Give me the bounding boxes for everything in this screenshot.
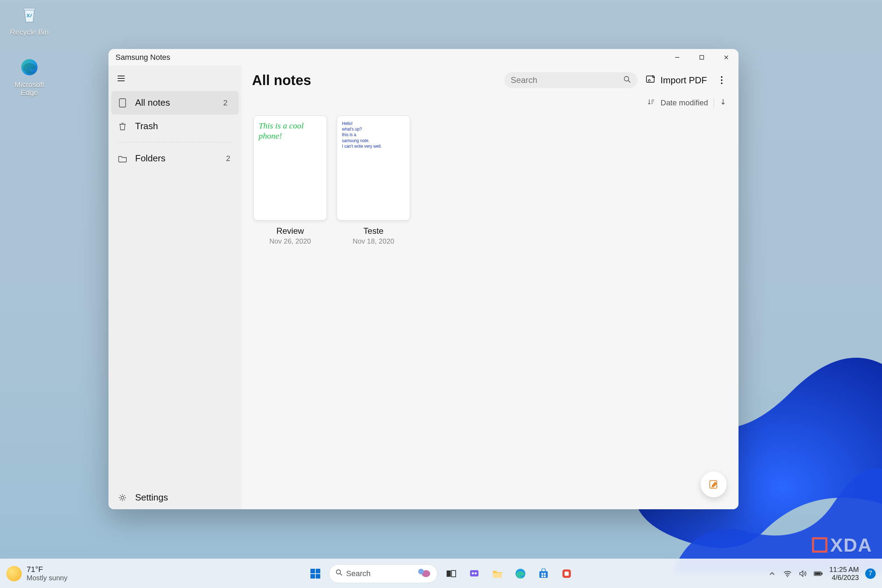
weather-temp: 71°F	[27, 565, 68, 574]
svg-point-16	[721, 76, 722, 78]
task-view-button[interactable]	[442, 564, 460, 583]
tray-chevron-icon[interactable]	[768, 569, 777, 578]
svg-line-28	[340, 574, 342, 575]
titlebar[interactable]: Samsung Notes	[108, 49, 738, 66]
taskbar-clock[interactable]: 11:25 AM 4/6/2023	[829, 566, 859, 582]
note-card[interactable]: Hello! what's up? this is a samsung note…	[337, 116, 410, 245]
xda-watermark: XDA	[812, 534, 872, 556]
sidebar: All notes 2 Trash Folders 2	[108, 66, 242, 509]
svg-rect-39	[542, 573, 543, 575]
desktop-icon-recycle-bin[interactable]: Recycle Bin	[5, 3, 54, 36]
desktop-icon-label: Recycle Bin	[5, 28, 54, 36]
weather-icon	[6, 566, 22, 581]
note-date: Nov 26, 2020	[270, 237, 311, 245]
taskbar-weather[interactable]: 71°F Mostly sunny	[6, 565, 68, 581]
battery-icon[interactable]	[814, 569, 823, 578]
sort-direction-button[interactable]	[720, 98, 727, 108]
svg-line-14	[628, 81, 630, 82]
sidebar-item-count: 2	[223, 98, 230, 108]
svg-point-45	[787, 576, 788, 577]
page-title: All notes	[252, 72, 311, 88]
sidebar-item-folders[interactable]: Folders 2	[108, 147, 242, 170]
search-icon	[623, 76, 631, 85]
svg-point-17	[721, 80, 722, 81]
search-box[interactable]	[504, 72, 638, 88]
sidebar-item-settings[interactable]: Settings	[108, 486, 242, 509]
recycle-bin-icon	[18, 3, 40, 26]
svg-rect-26	[316, 574, 320, 579]
more-options-button[interactable]	[716, 74, 728, 87]
clock-date: 4/6/2023	[829, 574, 859, 582]
import-pdf-icon	[646, 75, 656, 86]
svg-rect-48	[822, 573, 823, 575]
wifi-icon[interactable]	[783, 569, 792, 578]
note-date: Nov 18, 2020	[353, 237, 394, 245]
svg-rect-32	[452, 570, 456, 577]
start-button[interactable]	[306, 564, 325, 583]
window-maximize-button[interactable]	[690, 49, 714, 66]
note-title: Teste	[363, 226, 383, 236]
svg-point-35	[475, 572, 477, 574]
svg-point-30	[418, 569, 424, 574]
svg-rect-9	[119, 99, 126, 107]
sort-icon[interactable]	[647, 98, 655, 108]
svg-rect-24	[316, 569, 320, 573]
volume-icon[interactable]	[798, 569, 807, 578]
search-icon	[336, 569, 343, 578]
svg-rect-36	[493, 573, 502, 578]
window-minimize-button[interactable]	[665, 49, 690, 66]
samsung-notes-window: Samsung Notes All notes 2	[108, 49, 738, 509]
svg-point-18	[721, 82, 722, 84]
import-pdf-label: Import PDF	[660, 75, 707, 86]
sidebar-item-trash[interactable]: Trash	[108, 114, 242, 138]
svg-rect-44	[564, 572, 569, 576]
taskbar-app-generic[interactable]	[557, 564, 576, 583]
svg-rect-47	[815, 572, 821, 575]
svg-rect-41	[542, 575, 543, 577]
svg-point-13	[624, 76, 629, 81]
sidebar-item-label: Settings	[135, 492, 168, 503]
note-preview: This is a cool phone!	[259, 121, 322, 141]
svg-rect-42	[544, 575, 546, 577]
note-preview: Hello! what's up? this is a samsung note…	[342, 121, 405, 149]
svg-point-34	[472, 572, 474, 574]
note-title: Review	[276, 226, 304, 236]
desktop-icon-edge[interactable]: Microsoft Edge	[5, 56, 54, 97]
sidebar-item-count: 2	[226, 154, 232, 163]
window-close-button[interactable]	[714, 49, 738, 66]
edge-icon	[18, 56, 40, 78]
taskbar-app-edge[interactable]	[511, 564, 530, 583]
sort-label[interactable]: Date modified	[660, 98, 708, 108]
trash-icon	[118, 122, 128, 131]
svg-rect-3	[700, 56, 704, 60]
svg-rect-23	[310, 569, 315, 573]
hamburger-menu-button[interactable]	[115, 72, 128, 85]
window-title: Samsung Notes	[116, 53, 171, 62]
search-input[interactable]	[511, 75, 620, 85]
taskbar: 71°F Mostly sunny Search 11:25 AM 4/6/20…	[0, 559, 882, 588]
svg-point-12	[121, 496, 124, 499]
taskbar-app-explorer[interactable]	[488, 564, 507, 583]
sidebar-item-all-notes[interactable]: All notes 2	[111, 91, 239, 114]
clock-time: 11:25 AM	[829, 566, 859, 574]
taskbar-search-placeholder: Search	[346, 569, 370, 578]
gear-icon	[118, 493, 128, 502]
folder-icon	[118, 154, 128, 164]
sort-divider	[714, 98, 714, 108]
note-icon	[118, 98, 128, 108]
new-note-fab[interactable]	[701, 471, 727, 497]
sidebar-item-label: Trash	[135, 121, 158, 132]
notification-badge[interactable]: 7	[865, 568, 876, 579]
svg-rect-33	[470, 570, 478, 576]
svg-rect-38	[539, 571, 548, 578]
taskbar-app-chat[interactable]	[465, 564, 484, 583]
svg-point-27	[336, 570, 340, 574]
svg-rect-25	[310, 574, 315, 579]
note-card[interactable]: This is a cool phone!ReviewNov 26, 2020	[254, 116, 327, 245]
taskbar-search[interactable]: Search	[329, 564, 438, 583]
svg-rect-31	[447, 570, 451, 577]
sidebar-item-label: Folders	[135, 153, 165, 164]
svg-rect-40	[544, 573, 546, 575]
taskbar-app-store[interactable]	[534, 564, 553, 583]
import-pdf-button[interactable]: Import PDF	[644, 72, 708, 88]
